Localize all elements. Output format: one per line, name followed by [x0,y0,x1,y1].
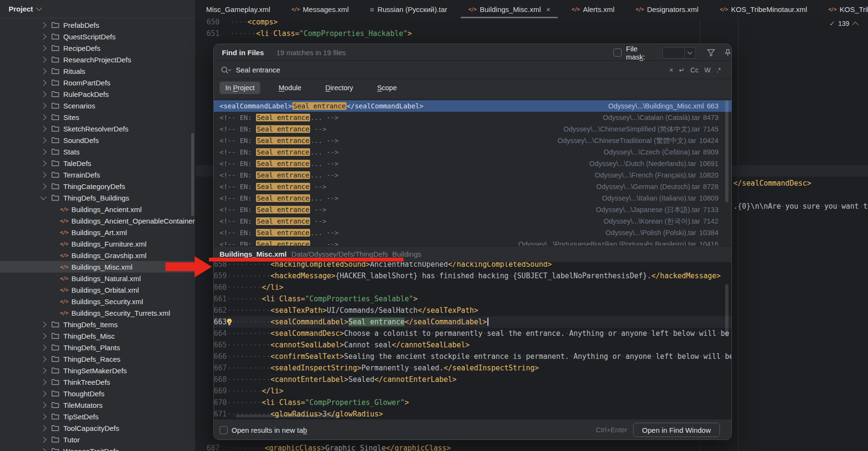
scope-module[interactable]: Module [273,82,307,94]
tab-kos-tribekitsune-xml[interactable]: </>KOS_TribeKitsune.xml [818,0,868,18]
file-mask-combo[interactable] [662,47,696,59]
result-row-3[interactable]: <!-- EN: Seal entrance -->Odyssey\...\Ch… [214,123,731,135]
new-line-icon[interactable]: ↵ [679,66,685,74]
preview-line-665[interactable]: 665··········<cannotSealLabel>Cannot·sea… [214,339,731,351]
tree-item-stats[interactable]: Stats [0,146,195,157]
chevron-right-icon[interactable] [40,425,46,431]
scope-scope[interactable]: Scope [371,82,403,94]
tree-item-tilemutators[interactable]: TileMutators [0,399,195,411]
regex-icon[interactable]: .* [717,66,721,74]
result-row-9[interactable]: <!-- EN: Seal entrance... -->Odyssey\...… [214,192,731,204]
chevron-right-icon[interactable] [40,103,46,109]
chevron-right-icon[interactable] [40,333,46,339]
tree-item-terraindefs[interactable]: TerrainDefs [0,169,195,180]
preview-line-658[interactable]: 658··········<hackingCompletedSound>Anci… [214,262,731,270]
chevron-right-icon[interactable] [40,344,46,351]
tree-item-rulepackdefs[interactable]: RulePackDefs [0,88,195,100]
tree-item-recipedefs[interactable]: RecipeDefs [0,42,195,54]
tab-designators-xml[interactable]: </>Designators.xml [625,0,709,18]
tree-item-buildings-art-xml[interactable]: </>Buildings_Art.xml [0,226,195,238]
chevron-right-icon[interactable] [40,368,46,374]
preview-horizontal-scrollbar[interactable] [235,415,341,417]
match-case-icon[interactable]: Cc [690,66,698,74]
tab-russian-tar[interactable]: ≡Russian (Русский).tar [359,0,458,18]
result-row-13[interactable]: <!-- EN: Seal entrance... -->Odyssey\...… [214,238,731,246]
result-row-5[interactable]: <!-- EN: Seal entrance... -->Odyssey\...… [214,146,731,158]
tree-item-roompartdefs[interactable]: RoomPartDefs [0,77,195,88]
tree-item-buildings-natural-xml[interactable]: </>Buildings_Natural.xml [0,273,195,284]
chevron-right-icon[interactable] [40,45,46,51]
tree-item-thingdefs-buildings[interactable]: ThingDefs_Buildings [0,192,195,203]
tab-alerts-xml[interactable]: </>Alerts.xml [561,0,625,18]
preview-line-662[interactable]: 662··········<sealTexPath>UI/Commands/Se… [214,305,731,316]
pin-icon[interactable] [724,49,731,57]
chevron-right-icon[interactable] [40,321,46,328]
chevron-right-icon[interactable] [40,160,46,166]
tree-item-thoughtdefs[interactable]: ThoughtDefs [0,388,195,399]
result-row-6[interactable]: <!-- EN: Seal entrance... -->Odyssey\...… [214,158,731,169]
chevron-right-icon[interactable] [40,356,46,362]
chevron-right-icon[interactable] [40,379,46,385]
file-mask-checkbox[interactable] [613,48,622,57]
tree-item-questscriptdefs[interactable]: QuestScriptDefs [0,31,195,42]
chevron-right-icon[interactable] [40,414,46,420]
clear-icon[interactable]: × [669,66,673,74]
tree-item-buildings-orbital-xml[interactable]: </>Buildings_Orbital.xml [0,284,195,296]
preview-line-670[interactable]: 670········<li·Class="CompProperties_Glo… [214,397,731,408]
tree-item-thingcategorydefs[interactable]: ThingCategoryDefs [0,180,195,192]
result-row-7[interactable]: <!-- EN: Seal entrance... -->Odyssey\...… [214,169,731,181]
scope-directory[interactable]: Directory [320,82,359,94]
chevron-right-icon[interactable] [40,68,46,74]
preview-line-661[interactable]: 661········<li·Class="CompProperties_Sea… [214,293,731,305]
tree-item-sketchresolverdefs[interactable]: SketchResolverDefs [0,123,195,134]
tree-item-sounddefs[interactable]: SoundDefs [0,134,195,146]
preview-line-659[interactable]: 659··········<hackedMessage>{HACKER_labe… [214,270,731,282]
chevron-right-icon[interactable] [40,114,46,120]
tree-item-researchprojectdefs[interactable]: ResearchProjectDefs [0,54,195,65]
tree-item-thingdefs-misc[interactable]: ThingDefs_Misc [0,330,195,342]
search-icon[interactable] [220,66,231,74]
scope-in-project[interactable]: In Project [220,82,260,94]
result-row-2[interactable]: <!-- EN: Seal entrance... -->Odyssey\...… [214,112,731,123]
preview-vertical-scrollbar[interactable] [725,284,729,337]
tree-item-thinktreedefs[interactable]: ThinkTreeDefs [0,376,195,388]
tree-item-weapontraitdefs[interactable]: WeaponTraitDefs [0,445,195,451]
chevron-right-icon[interactable] [40,402,46,408]
chevron-right-icon[interactable] [40,183,46,190]
preview-line-667[interactable]: 667··········<sealedInspectString>Perman… [214,362,731,374]
chevron-right-icon[interactable] [40,437,46,443]
tree-item-buildings-ancient-xml[interactable]: </>Buildings_Ancient.xml [0,203,195,215]
words-icon[interactable]: W [704,66,710,74]
result-row-4[interactable]: <!-- EN: Seal entrance... -->Odyssey\...… [214,135,731,146]
result-row-12[interactable]: <!-- EN: Seal entrance... -->Odyssey\...… [214,227,731,238]
preview-line-664[interactable]: 664··········<sealCommandDesc>Choose·a·c… [214,328,731,339]
chevron-right-icon[interactable] [40,391,46,397]
tree-item-toolcapacitydefs[interactable]: ToolCapacityDefs [0,422,195,434]
tree-item-buildings-gravship-xml[interactable]: </>Buildings_Gravship.xml [0,249,195,261]
chevron-right-icon[interactable] [40,126,46,132]
tree-item-buildings-furniture-xml[interactable]: </>Buildings_Furniture.xml [0,238,195,249]
tree-item-thingdefs-races[interactable]: ThingDefs_Races [0,353,195,365]
tab-buildings-misc-xml[interactable]: </>Buildings_Misc.xml× [458,0,561,18]
tree-item-thingdefs-plants[interactable]: ThingDefs_Plants [0,342,195,353]
chevron-right-icon[interactable] [40,172,46,178]
chevron-right-icon[interactable] [40,91,46,97]
tree-item-scenarios[interactable]: Scenarios [0,100,195,111]
open-in-find-window-button[interactable]: Open in Find Window [633,423,720,437]
chevron-right-icon[interactable] [40,149,46,155]
tree-item-buildings-ancient-openablecontainers-xml[interactable]: </>Buildings_Ancient_OpenableContainers.… [0,215,195,226]
close-icon[interactable]: × [546,5,551,13]
sidebar-scrollbar[interactable] [191,133,194,216]
chevron-right-icon[interactable] [40,34,46,40]
chevron-right-icon[interactable] [40,137,46,143]
filter-icon[interactable] [707,49,715,57]
preview-line-668[interactable]: 668··········<cannotEnterLabel>Sealed</c… [214,374,731,385]
chevron-right-icon[interactable] [40,57,46,63]
code-preview-pane[interactable]: 658··········<hackingCompletedSound>Anci… [214,262,731,419]
project-panel-header[interactable]: Project [0,0,195,18]
tree-item-sites[interactable]: Sites [0,111,195,123]
tree-item-tutor[interactable]: Tutor [0,434,195,445]
preview-line-660[interactable]: 660········</li> [214,282,731,293]
tab-kos-tribeminotaur-xml[interactable]: </>KOS_TribeMinotaur.xml [709,0,818,18]
result-row-10[interactable]: <!-- EN: Seal entrance -->Odyssey\...\Ja… [214,204,731,215]
